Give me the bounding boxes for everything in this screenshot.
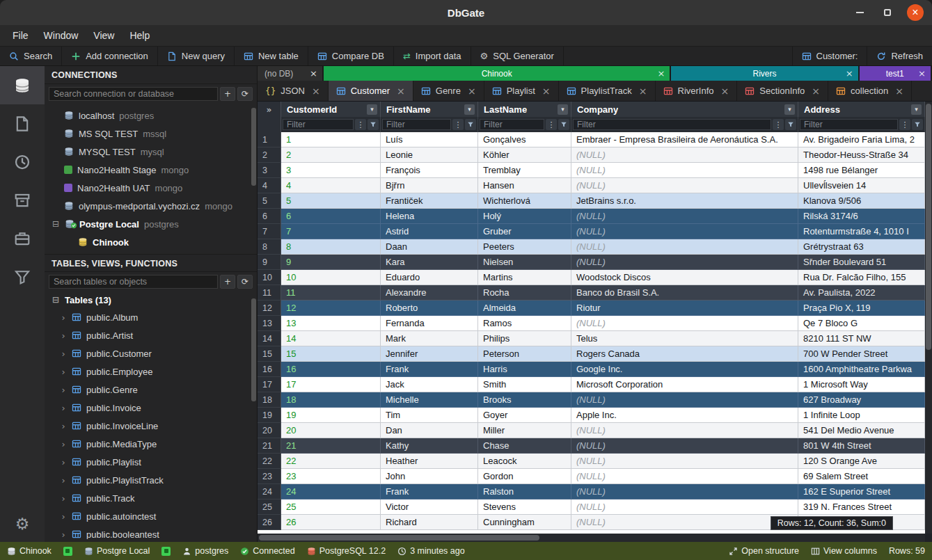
filter-funnel-icon[interactable] (912, 119, 923, 130)
table-item-public-booleantest[interactable]: ›public.booleantest (45, 525, 257, 539)
row-number[interactable]: 1 (258, 132, 281, 147)
maximize-button[interactable] (879, 4, 896, 21)
table-item-public-track[interactable]: ›public.Track (45, 489, 257, 507)
grid-cell[interactable]: (NULL) (571, 454, 798, 469)
sidebar-files[interactable] (0, 104, 45, 143)
table-item-public-employee[interactable]: ›public.Employee (45, 362, 257, 381)
grid-cell[interactable]: Jack (381, 377, 478, 392)
status-postgres[interactable]: postgres (182, 546, 228, 556)
file-tab-json[interactable]: {}JSON× (258, 81, 329, 101)
grid-cell[interactable]: Leacock (478, 454, 571, 469)
menu-window[interactable]: Window (37, 28, 86, 43)
grid-cell[interactable]: Klanova 9/506 (798, 193, 925, 209)
chevron-right-icon[interactable]: › (60, 512, 67, 521)
grid-cell[interactable]: Richard (381, 515, 478, 530)
chevron-right-icon[interactable]: › (60, 530, 67, 539)
grid-cell[interactable]: Stevens (478, 499, 571, 515)
close-tab-icon[interactable]: × (846, 69, 853, 78)
grid-cell[interactable]: 24 (281, 484, 381, 499)
filter-input[interactable] (480, 119, 544, 130)
grid-cell[interactable]: (NULL) (571, 469, 798, 484)
grid-cell[interactable]: (NULL) (571, 163, 798, 178)
column-header-customerid[interactable]: CustomerId▾ (281, 102, 381, 117)
filter-menu-icon[interactable]: ⋮ (899, 119, 910, 130)
grid-cell[interactable]: (NULL) (571, 224, 798, 239)
grid-cell[interactable]: 8210 111 ST NW (798, 331, 925, 346)
connection-item-localhost[interactable]: localhostpostgres (45, 106, 257, 125)
grid-cell[interactable]: Theodor-Heuss-Straße 34 (798, 147, 925, 163)
chevron-right-icon[interactable]: › (60, 494, 67, 503)
close-tab-icon[interactable]: × (468, 86, 476, 96)
grid-cell[interactable]: Fernanda (381, 316, 478, 331)
grid-cell[interactable]: Rogers Canada (571, 346, 798, 362)
grid-cell[interactable]: Jennifer (381, 346, 478, 362)
connection-item-chinook[interactable]: Chinook (45, 233, 257, 251)
status-rows-59[interactable]: Rows: 59 (889, 546, 925, 556)
grid-cell[interactable]: Eduardo (381, 270, 478, 285)
table-item-public-album[interactable]: ›public.Album (45, 308, 257, 326)
row-number[interactable]: 22 (258, 454, 281, 469)
grid-cell[interactable]: 1 Infinite Loop (798, 408, 925, 423)
grid-cell[interactable]: (NULL) (571, 423, 798, 438)
grid-cell[interactable]: 12 (281, 301, 381, 316)
grid-cell[interactable]: Sřnder Boulevard 51 (798, 255, 925, 270)
row-number[interactable]: 16 (258, 362, 281, 377)
tables-group-row[interactable]: ⊟ Tables (13) (45, 291, 257, 308)
grid-cell[interactable]: Philips (478, 331, 571, 346)
grid-cell[interactable]: Leonie (381, 147, 478, 163)
grid-cell[interactable]: Goyer (478, 408, 571, 423)
toolbar-compare-db[interactable]: Compare DB (308, 47, 394, 65)
chevron-down-icon[interactable]: ▾ (784, 104, 795, 115)
grid-cell[interactable]: 120 S Orange Ave (798, 454, 925, 469)
vertical-scrollbar[interactable] (925, 102, 932, 534)
file-tab-genre[interactable]: Genre× (413, 81, 484, 101)
connection-item-postgre-local[interactable]: ⊟Postgre Localpostgres (45, 215, 257, 233)
grid-cell[interactable]: Rua Dr. Falcão Filho, 155 (798, 270, 925, 285)
grid-cell[interactable]: Victor (381, 499, 478, 515)
status-open-structure[interactable]: Open structure (729, 546, 799, 556)
grid-cell[interactable]: Banco do Brasil S.A. (571, 285, 798, 301)
close-tab-icon[interactable]: × (895, 86, 903, 96)
horizontal-scrollbar-thumb[interactable] (259, 535, 539, 541)
grid-cell[interactable]: Gonçalves (478, 132, 571, 147)
grid-cell[interactable]: Kara (381, 255, 478, 270)
grid-cell[interactable]: 541 Del Medio Avenue (798, 423, 925, 438)
close-tab-icon[interactable]: × (721, 86, 729, 96)
grid-cell[interactable]: 5 (281, 193, 381, 209)
file-tab-customer[interactable]: Customer× (329, 81, 413, 101)
grid-cell[interactable]: Brooks (478, 392, 571, 408)
grid-cell[interactable]: 22 (281, 454, 381, 469)
row-number[interactable]: 23 (258, 469, 281, 484)
grid-cell[interactable]: 319 N. Frances Street (798, 499, 925, 515)
db-tab-chinook[interactable]: Chinook× (324, 66, 671, 81)
status-postgresql-12-2[interactable]: PostgreSQL 12.2 (307, 546, 386, 556)
row-number[interactable]: 3 (258, 163, 281, 178)
close-tab-icon[interactable]: × (812, 86, 820, 96)
table-item-public-invoiceline[interactable]: ›public.InvoiceLine (45, 417, 257, 435)
filter-input[interactable] (800, 119, 898, 130)
grid-cell[interactable]: 69 Salem Street (798, 469, 925, 484)
toolbar-new-table[interactable]: New table (235, 47, 308, 65)
row-number[interactable]: 5 (258, 193, 281, 209)
row-number[interactable]: 12 (258, 301, 281, 316)
row-number[interactable]: 4 (258, 178, 281, 193)
chevron-down-icon[interactable]: ▾ (558, 104, 568, 115)
chevron-down-icon[interactable]: ▾ (464, 104, 475, 115)
grid-cell[interactable]: Av. Brigadeiro Faria Lima, 2 (798, 132, 925, 147)
grid-cell[interactable]: Almeida (478, 301, 571, 316)
grid-cell[interactable]: Rotenturmstraße 4, 1010 I (798, 224, 925, 239)
grid-cell[interactable]: 627 Broadway (798, 392, 925, 408)
grid-cell[interactable]: Cunningham (478, 515, 571, 530)
status-3-minutes-ago[interactable]: 3 minutes ago (397, 546, 465, 556)
grid-cell[interactable]: Frantiček (381, 193, 478, 209)
filter-menu-icon[interactable]: ⋮ (452, 119, 464, 130)
grid-cell[interactable]: Praça Pio X, 119 (798, 301, 925, 316)
chevron-right-icon[interactable]: › (60, 385, 67, 394)
grid-cell[interactable]: 15 (281, 346, 381, 362)
grid-cell[interactable]: Dan (381, 423, 478, 438)
grid-cell[interactable]: Smith (478, 377, 571, 392)
close-tab-icon[interactable]: × (542, 86, 551, 96)
table-item-public-invoice[interactable]: ›public.Invoice (45, 399, 257, 417)
grid-cell[interactable]: Harris (478, 362, 571, 377)
table-item-public-customer[interactable]: ›public.Customer (45, 344, 257, 362)
